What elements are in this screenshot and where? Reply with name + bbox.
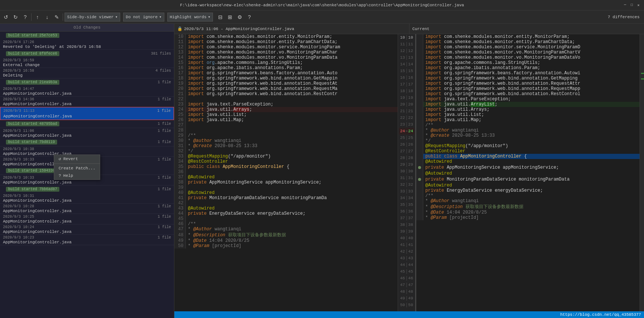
highlight-chevron-icon: ▾	[208, 14, 211, 19]
label-16[interactable]: AppMonitoringController.java	[0, 240, 174, 245]
diff-content[interactable]: 10 import com.shenke.modules.monitor.ent…	[174, 34, 644, 311]
left-line-27: 27	[174, 123, 398, 128]
left-line-43: 43 @Autowired	[174, 206, 398, 211]
ctx-revert[interactable]: ↺ Revert	[54, 155, 100, 163]
right-line-41: private MonitoringParamDataService monit…	[416, 176, 640, 183]
highlight-dropdown[interactable]: Highlight words ▾	[167, 13, 213, 22]
left-diff-side[interactable]: 10 import com.shenke.modules.monitor.ent…	[174, 34, 398, 311]
date-9: 2020/9/3 10:38	[0, 146, 174, 151]
right-line-12: import com.shenke.modules.monitor.servic…	[416, 45, 640, 50]
left-line-17: 17 import org.springframework.beans.fact…	[174, 71, 398, 76]
left-line-16: 16 import org.apache.ibatis.annotations.…	[174, 65, 398, 71]
left-line-20: 20 import org.springframework.web.bind.a…	[174, 86, 398, 91]
change-group-13: 2020/9/3 10:28 1 file AppMonitoringContr…	[0, 204, 174, 214]
undo-button[interactable]: ↺	[1, 13, 10, 22]
left-line-42: 42	[174, 201, 398, 206]
left-line-48: 48 * @Description 获取项目下设备参数最新数据	[174, 232, 398, 238]
left-line-10: 10 import com.shenke.modules.monitor.ent…	[174, 34, 398, 39]
right-line-38: private AppMonitoringService appMonitori…	[416, 164, 640, 171]
label-5[interactable]: AppMonitoringController.java	[0, 101, 174, 107]
maximize-button[interactable]: □	[629, 3, 634, 8]
label-6[interactable]: AppMonitoringController.java	[0, 114, 174, 119]
left-line-36: 36	[174, 169, 398, 175]
file-count-2: 381 files	[151, 52, 171, 56]
right-line-23: import java.text.ParseException;	[416, 97, 640, 102]
ctx-create-patch-label: Create Patch...	[59, 166, 95, 171]
ctx-help[interactable]: ? Help	[54, 172, 100, 179]
viewer-dropdown[interactable]: Side-by-side viewer ▾	[65, 13, 120, 22]
columns-button[interactable]: ⊞	[226, 13, 234, 22]
date-12: 2020/9/3 10:31	[0, 193, 174, 198]
settings-button[interactable]: ⚙	[235, 13, 244, 22]
left-line-38: 38 private AppMonitoringService appMonit…	[174, 180, 398, 185]
label-12[interactable]: AppMonitoringController.java	[0, 198, 174, 203]
left-line-14: 14 import com.shenke.modules.monitor.vo.…	[174, 55, 398, 60]
date-6: 2020/9/3 11:13 1 file	[0, 108, 174, 114]
right-line-50: * @Param [projectId]	[416, 215, 640, 220]
left-line-47: 47 * @Author wangtianqi	[174, 227, 398, 232]
window-title: F:\idea-workspace\new-elec\shenke-admin\…	[3, 3, 641, 7]
right-line-46: /**	[416, 193, 640, 198]
label-8[interactable]: AppMonitoringController.java	[0, 133, 174, 138]
right-diff-header: Current	[410, 24, 644, 34]
left-line-26: 26 import java.util.Map;	[174, 117, 398, 123]
green-dot-icon-41	[418, 178, 421, 181]
label-14[interactable]: AppMonitoringController.java	[0, 219, 174, 224]
edge-mark-1	[641, 73, 644, 74]
separator-2	[63, 13, 63, 21]
lock-icon: 🔒	[177, 26, 183, 31]
label-3[interactable]: Deleting	[0, 73, 174, 78]
status-bar: https://blog.csdn.net/qq_43585377	[174, 311, 644, 318]
left-line-31: 31 * @create 2020-08-25 13:33	[174, 143, 398, 149]
right-diff-side[interactable]: import com.shenke.modules.monitor.entity…	[415, 34, 640, 311]
green-dot-icon	[418, 166, 421, 169]
change-group-16: 2020/9/3 10:23 1 file AppMonitoringContr…	[0, 235, 174, 245]
date-8: 2020/9/3 11:06 1 file	[0, 128, 174, 133]
next-diff-button[interactable]: ↓	[43, 13, 52, 22]
left-line-22: 22	[174, 97, 398, 102]
right-line-17: import org.springframework.beans.factory…	[416, 71, 640, 76]
right-line-27: import java.util.Map;	[416, 117, 640, 123]
label-13[interactable]: AppMonitoringController.java	[0, 208, 174, 214]
change-group-14: 2020/9/3 10:25 1 file AppMonitoringContr…	[0, 214, 174, 224]
file-count-4: 1 file	[158, 80, 171, 84]
label-15[interactable]: AppMonitoringController.java	[0, 229, 174, 234]
build-badge-10: build started 15943305	[6, 168, 59, 173]
edit-button[interactable]: ✎	[52, 13, 61, 22]
left-panel: Old Changes build started 25e7ce53 2020/…	[0, 24, 174, 318]
highlight-label: Highlight words	[170, 15, 207, 19]
change-group-6[interactable]: 2020/9/3 11:13 1 file AppMonitoringContr…	[0, 107, 174, 120]
label-1[interactable]: Reverted to 'Deleting' at 2020/9/3 16:58	[0, 44, 174, 49]
toolbar-help-button[interactable]: ?	[245, 13, 254, 22]
help-button[interactable]: ?	[21, 13, 30, 22]
date-3: 2020/9/3 16:58 4 files	[0, 68, 174, 73]
split-button[interactable]: ⊟	[216, 13, 225, 22]
left-panel-header: Old Changes	[0, 24, 174, 32]
prev-diff-button[interactable]: ↑	[33, 13, 42, 22]
date-5: 2020/9/3 14:36 1 file	[0, 97, 174, 101]
right-line-49: * @Date 14:04 2020/8/25	[416, 210, 640, 215]
ctx-create-patch[interactable]: Create Patch...	[54, 165, 100, 172]
label-2[interactable]: External change	[0, 62, 174, 68]
left-line-32: 32 */	[174, 149, 398, 154]
right-line-16: import org.apache.ibatis.annotations.Par…	[416, 65, 640, 71]
left-line-12: 12 import com.shenke.modules.monitor.ser…	[174, 45, 398, 50]
right-line-24: import java.util.ArrayList;	[416, 102, 640, 107]
minimize-button[interactable]: ─	[622, 3, 628, 8]
redo-button[interactable]: ↻	[11, 13, 20, 22]
change-group-8: 2020/9/3 11:06 1 file AppMonitoringContr…	[0, 128, 174, 146]
close-button[interactable]: ✕	[636, 3, 641, 8]
change-group-7: build started 48795bad 1 file	[0, 120, 174, 128]
left-line-25: 25 import java.util.List;	[174, 112, 398, 117]
left-line-37: 37 @Autowired	[174, 175, 398, 180]
left-line-30: 30 * @author wangtianqi	[174, 138, 398, 143]
left-line-19: 19 import org.springframework.web.bind.a…	[174, 81, 398, 86]
left-line-29: 29 /**	[174, 133, 398, 138]
label-11[interactable]: AppMonitoringController.java	[0, 180, 174, 185]
date-2: 2020/9/3 16:59	[0, 58, 174, 62]
main-content: Old Changes build started 25e7ce53 2020/…	[0, 24, 644, 318]
label-4[interactable]: AppMonitoringController.java	[0, 91, 174, 96]
ignore-dropdown[interactable]: Do not ignore ▾	[123, 13, 164, 22]
csdn-link[interactable]: https://blog.csdn.net/qq_43585377	[560, 312, 641, 317]
help-icon: ?	[59, 173, 61, 178]
